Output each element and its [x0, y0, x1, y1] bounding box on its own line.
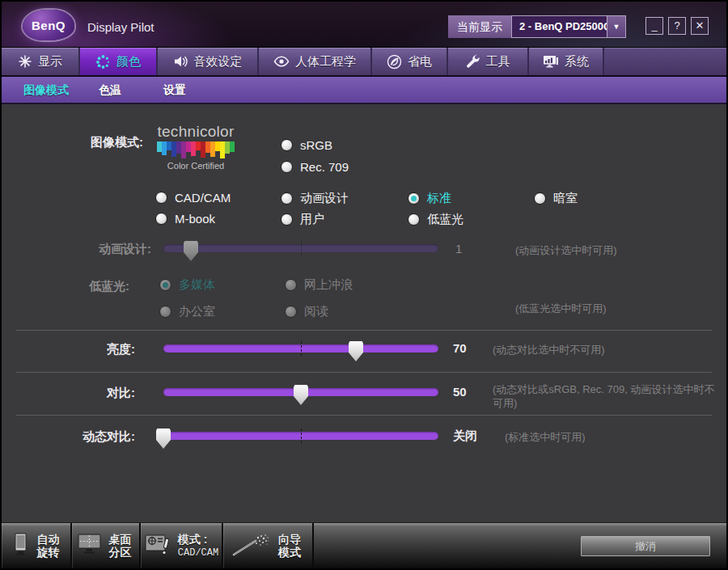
- mode-button-label: 模式 :: [178, 533, 218, 547]
- radio-circle: [159, 279, 171, 291]
- divider: [16, 415, 712, 416]
- radio-reading[interactable]: 阅读: [285, 304, 328, 319]
- undo-button[interactable]: 撤消: [581, 536, 710, 556]
- display-pilot-window: BenQ Display Pilot 当前显示 2 - BenQ PD2500Q…: [0, 0, 728, 570]
- radio-srgb[interactable]: sRGB: [281, 138, 332, 152]
- mode-button[interactable]: 模式 : CAD/CAM: [141, 523, 223, 568]
- divider: [16, 330, 712, 331]
- tab-ergonomics[interactable]: 人体工程学: [259, 48, 372, 75]
- radio-user[interactable]: 用户: [281, 212, 324, 227]
- radio-mbook[interactable]: M-book: [155, 212, 215, 226]
- divider: [16, 372, 712, 373]
- animation-slider[interactable]: [163, 244, 438, 252]
- chevron-down-icon[interactable]: ▼: [607, 15, 626, 38]
- subtab-color-temp[interactable]: 色温: [99, 83, 121, 98]
- radio-circle: [155, 192, 167, 204]
- brightness-slider[interactable]: [163, 344, 438, 353]
- main-nav: 显示 颜色 音效设定 人体工程学 省电 工具 系统: [2, 48, 726, 77]
- radio-rec709[interactable]: Rec. 709: [281, 160, 349, 174]
- slider-thumb[interactable]: [156, 429, 171, 449]
- radio-circle: [285, 279, 297, 291]
- radio-animation[interactable]: 动画设计: [281, 191, 349, 206]
- speaker-icon: [173, 54, 188, 69]
- bottom-toolbar: 自动旋转 桌面分区 模式 : CAD/CAM 向导模式 撤消: [2, 522, 726, 568]
- radio-circle: [281, 192, 293, 205]
- radio-circle: [281, 139, 293, 151]
- radio-cadcam[interactable]: CAD/CAM: [155, 191, 231, 205]
- contrast-value: 50: [453, 385, 467, 399]
- slider-thumb[interactable]: [349, 341, 363, 361]
- app-title: Display Pilot: [87, 20, 154, 34]
- radio-circle: [285, 306, 297, 318]
- close-button[interactable]: ✕: [691, 17, 709, 35]
- tab-eco[interactable]: 省电: [372, 48, 448, 75]
- wrench-icon: [466, 54, 480, 69]
- contrast-slider[interactable]: [163, 388, 438, 396]
- tab-tools[interactable]: 工具: [448, 48, 529, 75]
- radio-office[interactable]: 办公室: [159, 304, 215, 319]
- dynamic-contrast-slider[interactable]: [163, 432, 438, 440]
- technicolor-title: technicolor: [154, 123, 238, 141]
- slider-center-tick: [301, 341, 302, 356]
- slider-thumb[interactable]: [294, 385, 308, 405]
- dynamic-contrast-note: (标准选中时可用): [505, 430, 586, 444]
- tab-label: 人体工程学: [295, 54, 356, 70]
- content-area: 图像模式: technicolor Color Certified sRGB R…: [2, 104, 726, 522]
- tab-label: 系统: [565, 54, 589, 70]
- dynamic-contrast-value: 关闭: [453, 429, 477, 444]
- low-blue-light-note: (低蓝光选中时可用): [515, 302, 607, 315]
- tab-system[interactable]: 系统: [529, 48, 604, 75]
- radio-circle: [534, 192, 546, 205]
- color-icon: [95, 54, 111, 70]
- tab-label: 颜色: [116, 54, 141, 70]
- radio-web-surfing[interactable]: 网上冲浪: [285, 277, 353, 293]
- contrast-label: 对比:: [18, 386, 135, 401]
- radio-darkroom[interactable]: 暗室: [534, 191, 578, 206]
- slider-center-tick: [301, 429, 302, 443]
- radio-circle: [155, 213, 167, 225]
- desktop-partition-button[interactable]: 桌面分区: [72, 523, 141, 568]
- tab-audio[interactable]: 音效设定: [158, 48, 259, 75]
- display-icon: [18, 54, 32, 69]
- radio-standard[interactable]: 标准: [408, 191, 451, 206]
- radio-multimedia[interactable]: 多媒体: [159, 277, 215, 293]
- tab-label: 省电: [408, 54, 432, 70]
- contrast-note: (动态对比或sRGB, Rec. 709, 动画设计选中时不可用): [493, 382, 717, 410]
- animation-slider-label: 动画设计:: [18, 242, 151, 257]
- technicolor-subtitle: Color Certified: [154, 161, 238, 171]
- display-selector[interactable]: 2 - BenQ PD2500Q: [511, 15, 607, 38]
- tab-color[interactable]: 颜色: [80, 48, 158, 75]
- subtab-picture-mode[interactable]: 图像模式: [23, 83, 69, 98]
- current-display-label: 当前显示: [448, 15, 511, 38]
- technicolor-logo: technicolor Color Certified: [154, 123, 238, 171]
- current-display-group: 当前显示 2 - BenQ PD2500Q ▼: [448, 15, 626, 38]
- radio-low-blue-light[interactable]: 低蓝光: [408, 212, 463, 227]
- help-button[interactable]: ?: [668, 17, 686, 35]
- low-blue-light-label: 低蓝光:: [18, 279, 129, 294]
- mode-button-value: CAD/CAM: [178, 547, 218, 559]
- tab-display[interactable]: 显示: [2, 48, 80, 75]
- slider-thumb[interactable]: [184, 241, 198, 261]
- eye-icon: [273, 56, 290, 67]
- titlebar: BenQ Display Pilot 当前显示 2 - BenQ PD2500Q…: [2, 2, 726, 48]
- benq-logo-text: BenQ: [32, 19, 66, 32]
- animation-slider-note: (动画设计选中时可用): [515, 243, 617, 257]
- slider-center-tick: [301, 241, 302, 255]
- wizard-mode-button[interactable]: 向导模式: [223, 523, 314, 568]
- brightness-label: 亮度:: [18, 342, 135, 357]
- radio-circle: [408, 192, 420, 205]
- desktop-partition-icon: [77, 533, 103, 559]
- mode-icon: [144, 532, 171, 559]
- dynamic-contrast-label: 动态对比:: [18, 429, 135, 445]
- radio-circle: [408, 213, 420, 226]
- auto-rotate-button[interactable]: 自动旋转: [2, 523, 72, 568]
- brightness-note: (动态对比选中时不可用): [493, 343, 605, 357]
- tab-label: 工具: [486, 54, 510, 70]
- minimize-button[interactable]: _: [645, 17, 663, 35]
- subtab-settings[interactable]: 设置: [163, 83, 186, 98]
- brightness-value: 70: [453, 341, 467, 355]
- nav-filler: [604, 48, 726, 75]
- window-controls: _ ? ✕: [645, 17, 709, 35]
- benq-logo: BenQ: [23, 10, 74, 40]
- system-icon: [543, 54, 559, 69]
